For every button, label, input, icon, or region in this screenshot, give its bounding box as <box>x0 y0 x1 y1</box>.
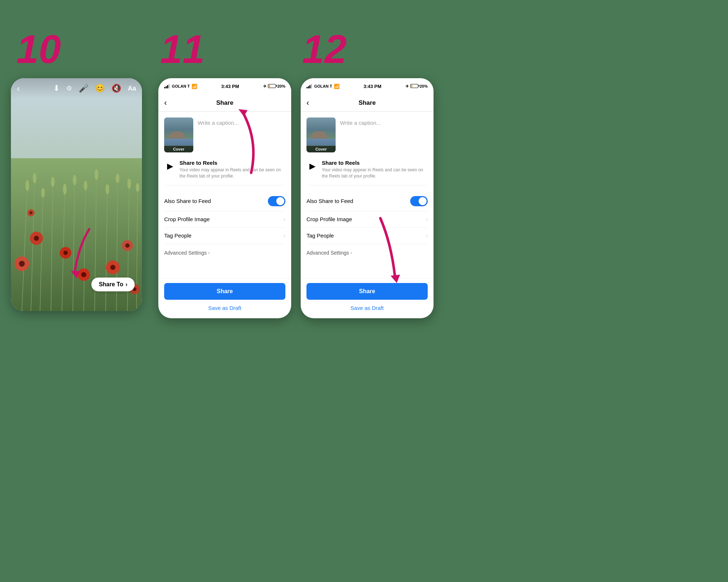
advanced-settings-chevron-11: › <box>208 250 210 255</box>
also-share-feed-toggle-12[interactable] <box>410 196 428 206</box>
carrier-11: GOLAN T <box>172 84 190 88</box>
step-11-number: 11 <box>160 29 205 69</box>
also-share-feed-label-12: Also Share to Feed <box>306 198 353 204</box>
time-12: 3:43 PM <box>364 84 381 89</box>
step-10-number: 10 <box>16 29 61 69</box>
share-to-label: Share To <box>99 281 123 288</box>
svg-point-17 <box>51 177 55 187</box>
phone-10: ‹ ⬇ ⚙ 🎤 😊 🔇 Aa Share To › <box>11 78 142 311</box>
advanced-settings-label-12: Advanced Settings <box>306 250 349 256</box>
camera-toolbar: ‹ ⬇ ⚙ 🎤 😊 🔇 Aa <box>11 78 142 99</box>
svg-point-22 <box>106 184 109 194</box>
wifi-icon-12: 📶 <box>334 84 340 89</box>
svg-point-14 <box>25 180 29 191</box>
svg-point-20 <box>84 181 87 190</box>
svg-point-33 <box>110 265 115 270</box>
draft-button-12[interactable]: Save as Draft <box>306 303 428 312</box>
battery-pct-11: 20% <box>277 84 285 88</box>
share-button-11[interactable]: Share <box>164 283 285 300</box>
tag-people-chevron-12: › <box>426 232 428 239</box>
back-button-12[interactable]: ‹ <box>306 98 309 108</box>
crop-profile-image-row-11[interactable]: Crop Profile Image › <box>164 211 285 228</box>
cover-label-11: Cover <box>164 146 193 152</box>
cover-label-12: Cover <box>306 146 336 152</box>
svg-point-27 <box>34 236 39 241</box>
reels-icon-12: ▶ <box>306 160 318 172</box>
battery-icon-container-11 <box>268 84 276 89</box>
carrier-12: GOLAN T <box>314 84 332 88</box>
advanced-settings-label-11: Advanced Settings <box>164 250 207 256</box>
reels-section-12: ▶ Share to Reels Your video may appear i… <box>306 160 428 186</box>
crop-profile-chevron-11: › <box>284 216 285 223</box>
location-icon-12: ✈ <box>405 84 409 89</box>
status-bar-12: GOLAN T 📶 3:43 PM ✈ 20% <box>301 78 434 94</box>
back-button-11[interactable]: ‹ <box>164 98 167 108</box>
crop-profile-image-label-12: Crop Profile Image <box>306 216 352 222</box>
svg-point-25 <box>136 183 139 192</box>
download-icon[interactable]: ⬇ <box>53 84 60 93</box>
nav-bar-12: ‹ Share <box>301 94 434 112</box>
svg-point-23 <box>116 174 119 183</box>
svg-point-24 <box>127 179 131 189</box>
svg-point-15 <box>33 173 36 183</box>
reels-title-12: Share to Reels <box>322 160 428 166</box>
also-share-feed-row-11: Also Share to Feed <box>164 191 285 211</box>
also-share-feed-label-11: Also Share to Feed <box>164 198 211 204</box>
svg-point-16 <box>41 188 45 198</box>
reels-icon-11: ▶ <box>164 160 176 172</box>
caption-input-12[interactable]: Write a caption... <box>340 117 428 126</box>
tag-people-label-11: Tag People <box>164 232 191 239</box>
mute-icon[interactable]: 🔇 <box>111 84 121 93</box>
mic-icon[interactable]: 🎤 <box>79 84 88 93</box>
also-share-feed-toggle-11[interactable] <box>268 196 285 206</box>
draft-button-11[interactable]: Save as Draft <box>164 303 285 312</box>
back-icon[interactable]: ‹ <box>17 83 20 94</box>
nav-title-12: Share <box>359 99 376 107</box>
share-to-chevron: › <box>126 281 127 288</box>
arrow-11 <box>222 104 269 176</box>
advanced-settings-11[interactable]: Advanced Settings › <box>164 244 285 259</box>
svg-point-19 <box>73 175 76 185</box>
bottom-buttons-11: Share Save as Draft <box>158 278 291 318</box>
svg-point-29 <box>19 261 25 267</box>
svg-point-35 <box>125 243 130 248</box>
advanced-settings-chevron-12: › <box>351 250 352 255</box>
wifi-icon-11: 📶 <box>191 84 197 89</box>
tag-people-label-12: Tag People <box>306 232 334 239</box>
signal-bars-12 <box>306 84 312 88</box>
svg-point-21 <box>95 169 98 180</box>
also-share-feed-row-12: Also Share to Feed <box>306 191 428 211</box>
battery-icon-container-12 <box>410 84 418 89</box>
crop-profile-chevron-12: › <box>426 216 428 223</box>
svg-point-31 <box>63 251 68 255</box>
background-scene <box>11 78 142 311</box>
battery-pct-12: 20% <box>420 84 428 88</box>
share-to-button[interactable]: Share To › <box>91 278 135 291</box>
svg-marker-44 <box>391 275 400 283</box>
text-icon[interactable]: Aa <box>128 85 136 92</box>
svg-point-18 <box>63 184 67 195</box>
filter-icon[interactable]: ⚙ <box>66 84 72 92</box>
reels-desc-12: Your video may appear in Reels and can b… <box>322 167 428 179</box>
arrow-12 <box>360 215 411 287</box>
crop-profile-image-label-11: Crop Profile Image <box>164 216 210 222</box>
status-bar-11: GOLAN T 📶 3:43 PM ✈ 20% <box>158 78 291 94</box>
tag-people-row-11[interactable]: Tag People › <box>164 228 285 244</box>
thumbnail-11[interactable]: Cover <box>164 117 193 152</box>
location-icon-11: ✈ <box>263 84 266 89</box>
svg-point-37 <box>81 272 86 277</box>
tag-people-chevron-11: › <box>284 232 285 239</box>
emoji-icon[interactable]: 😊 <box>95 84 105 93</box>
svg-point-39 <box>29 211 32 214</box>
step-12-number: 12 <box>302 29 347 69</box>
signal-bars-11 <box>164 84 170 88</box>
thumbnail-12[interactable]: Cover <box>306 117 336 152</box>
time-11: 3:43 PM <box>221 84 239 89</box>
caption-row-12: Cover Write a caption... <box>306 117 428 152</box>
